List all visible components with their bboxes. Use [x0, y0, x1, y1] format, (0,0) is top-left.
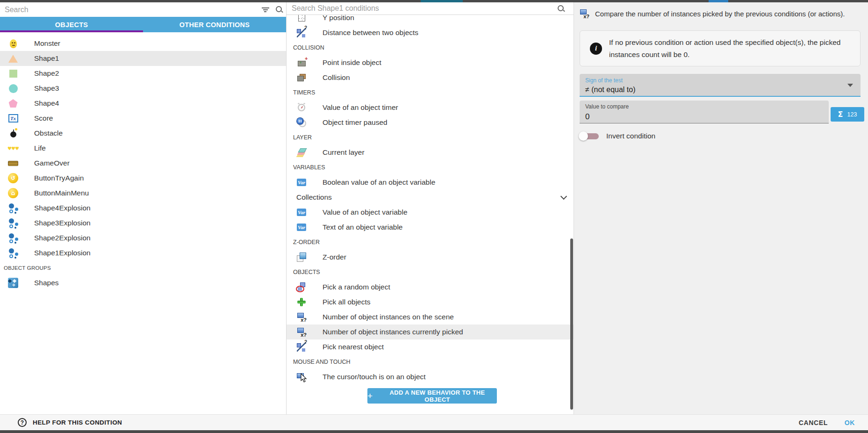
condition-label: Text of an object variable [323, 223, 402, 231]
timer-icon [298, 104, 305, 111]
help-label: HELP FOR THIS CONDITION [33, 419, 122, 426]
conditions-panel: Y positionDistance between two objectsCO… [286, 2, 574, 414]
condition-item-point-inside-object[interactable]: Point inside object [287, 55, 574, 70]
condition-description-row: Compare the number of instances picked b… [580, 9, 845, 18]
condition-label: Number of object instances on the scene [323, 313, 454, 321]
icon-box [297, 28, 306, 37]
info-text: If no previous condition or action used … [609, 36, 854, 61]
object-item-gameover[interactable]: GameOver [0, 156, 286, 171]
condition-item-collision[interactable]: Collision [287, 70, 574, 85]
section-header-layer: LAYER [287, 130, 574, 145]
condition-label: Pick a random object [323, 283, 390, 291]
icon-box [8, 233, 18, 243]
icon-box [297, 148, 306, 157]
condition-item-z-order[interactable]: Z-order [287, 250, 574, 265]
scrollbar-thumb[interactable] [570, 238, 573, 410]
conditions-search-input[interactable] [287, 2, 557, 14]
object-name: Shape2 [34, 69, 59, 78]
value-to-compare-field[interactable]: Value to compare 0 [580, 101, 829, 123]
object-item-shape2explosion[interactable]: Shape2Explosion [0, 231, 286, 245]
monster-icon [10, 39, 17, 48]
object-item-shape4[interactable]: Shape4 [0, 96, 286, 111]
invert-condition-toggle[interactable] [579, 131, 600, 141]
object-group-item-shapes[interactable]: Shapes [0, 275, 286, 290]
object-item-shape1explosion[interactable]: Shape1Explosion [0, 245, 286, 260]
icon-box [297, 118, 306, 127]
condition-item-number-of-object-instances-on-the-scene[interactable]: Number of object instances on the scene [287, 310, 574, 325]
search-icon[interactable] [275, 6, 283, 14]
background-window-fragment [709, 0, 728, 2]
object-name: Shape1 [34, 54, 59, 63]
object-name: Life [34, 144, 46, 152]
object-name: Monster [34, 39, 60, 48]
dialog-footer: ? HELP FOR THIS CONDITION CANCEL OK [0, 414, 868, 430]
icon-box [297, 327, 306, 337]
score-text-icon: Tx [8, 114, 18, 123]
condition-item-pick-a-random-object[interactable]: Pick a random object [287, 280, 574, 295]
objects-search-input[interactable] [0, 2, 261, 17]
sign-of-test-label: Sign of the test [585, 77, 855, 84]
y-position-icon [298, 14, 305, 22]
object-item-shape1[interactable]: Shape1 [0, 51, 286, 66]
expression-editor-button[interactable]: Σ 123 [831, 107, 864, 122]
condition-group-collections[interactable]: Collections [287, 190, 574, 205]
sign-of-test-dropdown[interactable]: Sign of the test ≠ (not equal to) [580, 74, 861, 97]
condition-item-current-layer[interactable]: Current layer [287, 145, 574, 160]
condition-item-number-of-object-instances-currently-picked[interactable]: Number of object instances currently pic… [287, 325, 574, 339]
tab-objects[interactable]: OBJECTS [0, 17, 143, 32]
footer-actions: CANCEL OK [799, 419, 855, 426]
object-item-shape3explosion[interactable]: Shape3Explosion [0, 216, 286, 231]
object-item-shape2[interactable]: Shape2 [0, 66, 286, 81]
condition-item-the-cursor-touch-is-on-an-object[interactable]: The cursor/touch is on an object [287, 369, 574, 384]
object-name: Shape3 [34, 84, 59, 93]
object-item-buttontryagain[interactable]: ↺ButtonTryAgain [0, 171, 286, 186]
condition-label: The cursor/touch is on an object [323, 373, 426, 381]
group-label: Collections [296, 193, 332, 202]
condition-item-object-timer-paused[interactable]: Object timer paused [287, 115, 574, 130]
condition-item-pick-nearest-object[interactable]: Pick nearest object [287, 339, 574, 354]
condition-item-pick-all-objects[interactable]: Pick all objects [287, 295, 574, 310]
objects-list: MonsterShape1Shape2Shape3Shape4TxScoreOb… [0, 36, 286, 290]
condition-item-text-of-an-object-variable[interactable]: VarText of an object variable [287, 220, 574, 235]
section-header-collision: COLLISION [287, 40, 574, 55]
info-icon: i [590, 43, 602, 55]
section-header-objects: OBJECTS [287, 265, 574, 280]
value-to-compare-value: 0 [585, 112, 823, 122]
pick-nearest-icon [297, 342, 306, 352]
icon-box [297, 312, 306, 322]
help-for-condition-button[interactable]: ? HELP FOR THIS CONDITION [18, 418, 122, 427]
ok-button[interactable]: OK [845, 419, 855, 426]
filter-icon[interactable] [261, 7, 269, 13]
icon-box [8, 128, 18, 138]
object-item-score[interactable]: TxScore [0, 111, 286, 126]
object-item-life[interactable]: ♥♥♥Life [0, 141, 286, 156]
condition-item-value-of-an-object-timer[interactable]: Value of an object timer [287, 100, 574, 115]
icon-box [8, 278, 18, 288]
instance-count-icon [580, 9, 589, 18]
condition-item-boolean-value-of-an-object-variable[interactable]: VarBoolean value of an object variable [287, 175, 574, 190]
add-behavior-button[interactable]: + ADD A NEW BEHAVIOR TO THE OBJECT [367, 388, 497, 404]
icon-box [297, 73, 306, 82]
condition-label: Collision [323, 73, 350, 82]
sign-of-test-value: ≠ (not equal to) [585, 86, 855, 94]
invert-condition-row: Invert condition [579, 130, 655, 142]
icon-box [8, 38, 18, 49]
object-item-obstacle[interactable]: Obstacle [0, 126, 286, 141]
square-icon [9, 70, 17, 78]
object-item-buttonmainmenu[interactable]: ⌂ButtonMainMenu [0, 186, 286, 201]
condition-label: Value of an object variable [323, 208, 408, 216]
condition-label: Pick nearest object [323, 343, 384, 351]
icon-box [8, 68, 18, 79]
condition-item-value-of-an-object-variable[interactable]: VarValue of an object variable [287, 205, 574, 220]
tab-other-conditions[interactable]: OTHER CONDITIONS [143, 17, 286, 32]
icon-box [8, 98, 18, 108]
object-item-shape3[interactable]: Shape3 [0, 81, 286, 96]
cancel-button[interactable]: CANCEL [799, 419, 828, 426]
object-item-monster[interactable]: Monster [0, 36, 286, 51]
search-icon[interactable] [557, 5, 565, 13]
icon-box: Var [297, 178, 306, 187]
object-item-shape4explosion[interactable]: Shape4Explosion [0, 201, 286, 216]
help-icon: ? [18, 418, 27, 427]
invert-condition-label: Invert condition [606, 132, 655, 140]
condition-item-distance-between-two-objects[interactable]: Distance between two objects [287, 25, 574, 40]
